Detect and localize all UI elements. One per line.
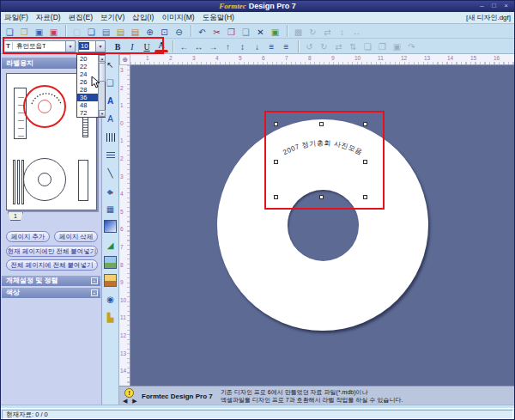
arc-text-object[interactable]: 2007 정기총회 사진모음 (130, 65, 514, 386)
text-tool-icon[interactable]: A (104, 94, 117, 107)
image-flip-icon[interactable]: ⇄ (321, 25, 334, 38)
cut-icon[interactable]: ✂ (210, 25, 223, 38)
clipart-tool-icon[interactable]: ◢ (104, 238, 117, 251)
section-object-settings[interactable]: 개체설정 및 정렬 ▪ (2, 276, 100, 286)
selection-handle-bottom-right[interactable] (363, 195, 367, 199)
selection-handle-bottom-center[interactable] (319, 195, 324, 199)
select-tool-icon[interactable]: ↖ (104, 58, 117, 70)
delete-page-button[interactable]: 페이지 삭제 (54, 231, 98, 242)
menu-item-5[interactable]: 이미지(M) (161, 13, 194, 23)
font-size-combobox[interactable]: 10 ▼ (78, 40, 106, 52)
gradient-tool-icon[interactable] (104, 220, 117, 233)
font-color-button[interactable]: A (154, 40, 168, 52)
rotate-right-icon[interactable]: ↻ (318, 40, 330, 52)
font-size-option-22[interactable]: 22 (77, 63, 98, 70)
section-color[interactable]: 색상 ▪ (2, 288, 100, 298)
tip-nav-arrows[interactable]: ◀ ▶ (123, 398, 139, 405)
selection-handle-middle-right[interactable] (363, 160, 367, 164)
align-right-icon[interactable]: → (207, 40, 220, 52)
preview-thin-label[interactable] (17, 160, 20, 204)
paste-icon[interactable]: ❑ (239, 25, 252, 38)
ruler-origin-zoom-icon[interactable]: ⊕ (119, 54, 130, 65)
paste-all-every-page-button[interactable]: 전체 페이지에 전체 붙여넣기 (6, 259, 98, 271)
fit-horizontal-icon[interactable]: ↔ (350, 25, 363, 38)
menu-item-6[interactable]: 도움말(H) (203, 13, 234, 23)
group-icon[interactable]: ▣ (391, 40, 403, 52)
font-name-combobox[interactable]: T 휴먼모음T ▼ (3, 40, 76, 52)
preview-side-label[interactable] (78, 160, 88, 201)
minimize-button[interactable]: – (477, 2, 487, 10)
zoom-area-icon[interactable]: ⊡ (158, 25, 171, 38)
rotate-left-icon[interactable]: ↺ (303, 40, 316, 52)
preview-thin-label[interactable] (21, 160, 24, 204)
table-tool-icon[interactable]: ▦ (104, 202, 117, 215)
line-tool-icon[interactable]: ╲ (104, 166, 117, 179)
print-sample-icon[interactable]: ▤ (100, 25, 112, 38)
photo-tool-icon[interactable] (104, 274, 117, 287)
chevron-down-icon[interactable]: ▼ (65, 41, 75, 52)
selection-handle-middle-left[interactable] (274, 160, 278, 164)
selection-handle-top-left[interactable] (274, 122, 278, 126)
align-middle-icon[interactable]: ↕ (236, 40, 249, 52)
selection-handle-bottom-left[interactable] (274, 195, 278, 199)
undo-icon[interactable]: ↶ (196, 25, 209, 38)
menu-item-3[interactable]: 보기(V) (100, 13, 124, 23)
design-canvas[interactable]: 2007 정기총회 사진모음 (130, 65, 514, 386)
font-size-option-20[interactable]: 20 (77, 55, 98, 63)
add-page-icon[interactable]: ❏ (85, 25, 98, 38)
flip-horizontal-icon[interactable]: ⇄ (332, 40, 345, 52)
data-merge-tool-icon[interactable]: ▙ (104, 310, 117, 323)
collapse-icon[interactable]: ▪ (91, 289, 98, 296)
internet-tool-icon[interactable]: ◉ (104, 292, 117, 305)
font-size-option-48[interactable]: 48 (77, 101, 98, 109)
copy-icon[interactable]: ❐ (225, 25, 238, 38)
font-size-option-72[interactable]: 72 (77, 109, 98, 117)
free-rotate-icon[interactable]: ↷ (405, 40, 418, 52)
save-as-icon[interactable]: ▣ (47, 25, 60, 38)
new-document-icon[interactable]: ❑ (3, 25, 16, 38)
chevron-down-icon[interactable]: ▼ (95, 41, 105, 52)
image-effect-icon[interactable]: ▩ (292, 25, 305, 38)
serial-number-tool-icon[interactable] (104, 148, 117, 161)
fit-vertical-icon[interactable]: ↕ (336, 25, 348, 38)
menu-item-2[interactable]: 편집(E) (69, 13, 93, 23)
delete-icon[interactable]: ✕ (254, 25, 267, 38)
maximize-button[interactable]: □ (489, 2, 499, 10)
zoom-in-icon[interactable]: ⊕ (143, 25, 156, 38)
print-icon[interactable]: ▤ (114, 25, 127, 38)
spacing-horizontal-icon[interactable]: ≡ (265, 40, 278, 52)
text-art-tool-icon[interactable]: A (104, 112, 117, 125)
font-size-option-36[interactable]: 36 (77, 94, 98, 101)
spacing-vertical-icon[interactable]: ≡ (280, 40, 293, 52)
zoom-out-icon[interactable]: ⊖ (173, 25, 185, 38)
paste-tool-icon[interactable]: ❑ (104, 76, 117, 88)
menu-item-1[interactable]: 자료(D) (36, 13, 61, 23)
scroll-down-icon[interactable]: ▼ (99, 110, 106, 117)
align-top-icon[interactable]: ↑ (221, 40, 234, 52)
bold-button[interactable]: B (111, 40, 124, 52)
open-folder-icon[interactable]: ❒ (18, 25, 31, 38)
send-back-icon[interactable]: ❐ (376, 40, 389, 52)
selection-handle-top-right[interactable] (363, 122, 367, 126)
preview-thin-label[interactable] (13, 160, 15, 204)
italic-button[interactable]: I (125, 40, 139, 52)
page-tab-1[interactable]: 1 (8, 212, 23, 221)
selection-handle-top-center[interactable] (319, 122, 324, 126)
properties-icon[interactable]: ▣ (269, 25, 282, 38)
menu-item-0[interactable]: 파일(F) (4, 13, 28, 23)
barcode-tool-icon[interactable] (104, 130, 117, 143)
close-button[interactable]: × (501, 2, 511, 10)
align-center-horizontal-icon[interactable]: ↔ (192, 40, 205, 52)
scroll-up-icon[interactable]: ▲ (99, 55, 106, 62)
print-label-icon[interactable]: ▤ (129, 25, 142, 38)
align-left-icon[interactable]: ← (178, 40, 191, 52)
flip-vertical-icon[interactable]: ⇅ (347, 40, 360, 52)
image-rotate-icon[interactable]: ↻ (306, 25, 319, 38)
menu-item-4[interactable]: 삽입(I) (132, 13, 154, 23)
underline-button[interactable]: U (140, 40, 154, 52)
image-tool-icon[interactable] (104, 256, 117, 269)
align-bottom-icon[interactable]: ↓ (251, 40, 264, 52)
paste-all-current-page-button[interactable]: 현재 페이지에만 전체 붙여넣기 (6, 246, 98, 257)
bring-front-icon[interactable]: ❏ (361, 40, 374, 52)
collapse-icon[interactable]: ▪ (91, 277, 98, 284)
